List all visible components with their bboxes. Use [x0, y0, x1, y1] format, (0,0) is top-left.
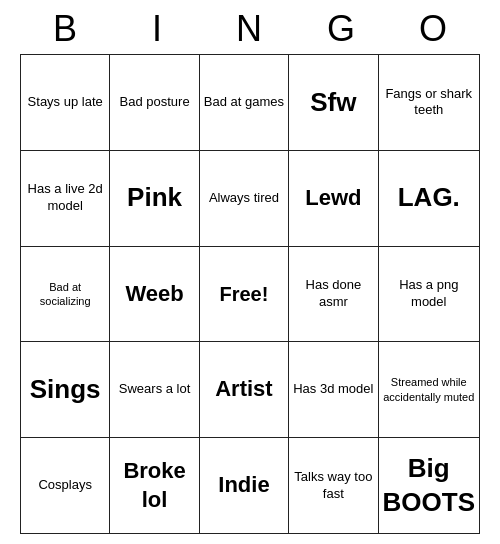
title-n: N — [210, 8, 290, 50]
title-i: I — [118, 8, 198, 50]
bingo-cell-1: Bad posture — [110, 55, 199, 151]
bingo-cell-2: Bad at games — [200, 55, 289, 151]
bingo-cell-14: Has a png model — [379, 247, 480, 343]
bingo-cell-18: Has 3d model — [289, 342, 378, 438]
title-g: G — [302, 8, 382, 50]
bingo-cell-11: Weeb — [110, 247, 199, 343]
bingo-cell-0: Stays up late — [21, 55, 110, 151]
bingo-cell-13: Has done asmr — [289, 247, 378, 343]
bingo-cell-21: Broke lol — [110, 438, 199, 534]
bingo-cell-12: Free! — [200, 247, 289, 343]
title-o: O — [394, 8, 474, 50]
bingo-cell-10: Bad at socializing — [21, 247, 110, 343]
bingo-cell-17: Artist — [200, 342, 289, 438]
bingo-grid: Stays up lateBad postureBad at gamesSfwF… — [20, 54, 480, 534]
bingo-cell-4: Fangs or shark teeth — [379, 55, 480, 151]
bingo-cell-7: Always tired — [200, 151, 289, 247]
title-b: B — [26, 8, 106, 50]
bingo-cell-5: Has a live 2d model — [21, 151, 110, 247]
bingo-cell-23: Talks way too fast — [289, 438, 378, 534]
bingo-cell-20: Cosplays — [21, 438, 110, 534]
bingo-title: B I N G O — [20, 0, 480, 54]
bingo-cell-24: Big BOOTS — [379, 438, 480, 534]
bingo-cell-15: Sings — [21, 342, 110, 438]
bingo-cell-6: Pink — [110, 151, 199, 247]
bingo-cell-8: Lewd — [289, 151, 378, 247]
bingo-cell-22: Indie — [200, 438, 289, 534]
bingo-cell-19: Streamed while accidentally muted — [379, 342, 480, 438]
bingo-cell-16: Swears a lot — [110, 342, 199, 438]
bingo-cell-3: Sfw — [289, 55, 378, 151]
bingo-cell-9: LAG. — [379, 151, 480, 247]
